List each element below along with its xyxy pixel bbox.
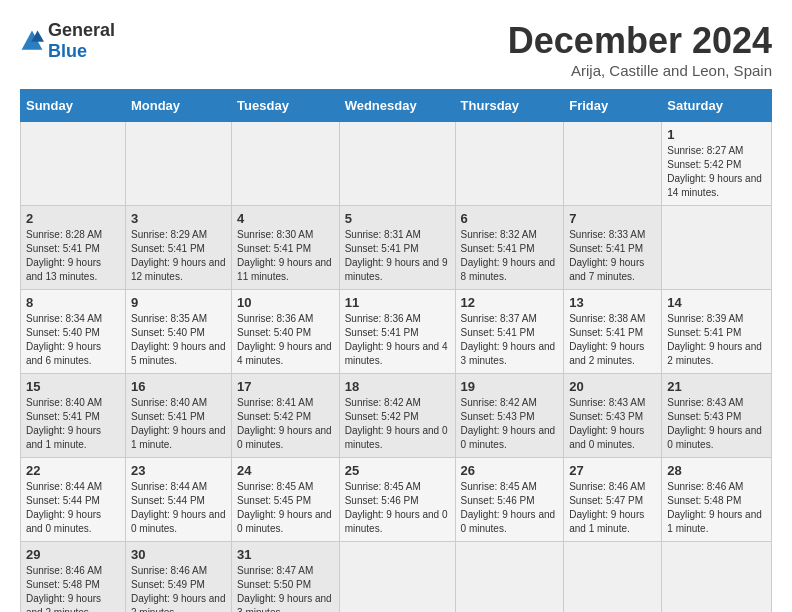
day-number: 10 [237, 295, 334, 310]
month-title: December 2024 [508, 20, 772, 62]
day-number: 18 [345, 379, 450, 394]
day-info: Sunrise: 8:45 AMSunset: 5:46 PMDaylight:… [345, 480, 450, 536]
calendar-header-row: SundayMondayTuesdayWednesdayThursdayFrid… [21, 90, 772, 122]
day-number: 16 [131, 379, 226, 394]
day-number: 11 [345, 295, 450, 310]
calendar-cell: 22Sunrise: 8:44 AMSunset: 5:44 PMDayligh… [21, 458, 126, 542]
calendar-cell: 16Sunrise: 8:40 AMSunset: 5:41 PMDayligh… [125, 374, 231, 458]
day-header-wednesday: Wednesday [339, 90, 455, 122]
calendar-cell: 19Sunrise: 8:42 AMSunset: 5:43 PMDayligh… [455, 374, 564, 458]
logo-general: General [48, 20, 115, 40]
day-info: Sunrise: 8:44 AMSunset: 5:44 PMDaylight:… [131, 480, 226, 536]
day-number: 27 [569, 463, 656, 478]
day-header-thursday: Thursday [455, 90, 564, 122]
day-info: Sunrise: 8:33 AMSunset: 5:41 PMDaylight:… [569, 228, 656, 284]
day-info: Sunrise: 8:40 AMSunset: 5:41 PMDaylight:… [26, 396, 120, 452]
day-info: Sunrise: 8:46 AMSunset: 5:48 PMDaylight:… [26, 564, 120, 612]
day-info: Sunrise: 8:32 AMSunset: 5:41 PMDaylight:… [461, 228, 559, 284]
location-title: Arija, Castille and Leon, Spain [508, 62, 772, 79]
day-info: Sunrise: 8:36 AMSunset: 5:41 PMDaylight:… [345, 312, 450, 368]
title-area: December 2024 Arija, Castille and Leon, … [508, 20, 772, 79]
calendar-week-5: 22Sunrise: 8:44 AMSunset: 5:44 PMDayligh… [21, 458, 772, 542]
calendar-body: 1Sunrise: 8:27 AMSunset: 5:42 PMDaylight… [21, 122, 772, 613]
day-info: Sunrise: 8:43 AMSunset: 5:43 PMDaylight:… [569, 396, 656, 452]
calendar-cell: 18Sunrise: 8:42 AMSunset: 5:42 PMDayligh… [339, 374, 455, 458]
day-header-friday: Friday [564, 90, 662, 122]
day-number: 5 [345, 211, 450, 226]
calendar-week-6: 29Sunrise: 8:46 AMSunset: 5:48 PMDayligh… [21, 542, 772, 613]
calendar-cell: 28Sunrise: 8:46 AMSunset: 5:48 PMDayligh… [662, 458, 772, 542]
day-number: 7 [569, 211, 656, 226]
day-number: 31 [237, 547, 334, 562]
calendar-cell [125, 122, 231, 206]
day-number: 2 [26, 211, 120, 226]
day-number: 26 [461, 463, 559, 478]
day-info: Sunrise: 8:47 AMSunset: 5:50 PMDaylight:… [237, 564, 334, 612]
day-info: Sunrise: 8:29 AMSunset: 5:41 PMDaylight:… [131, 228, 226, 284]
day-info: Sunrise: 8:46 AMSunset: 5:47 PMDaylight:… [569, 480, 656, 536]
calendar-cell [339, 542, 455, 613]
calendar-cell [662, 206, 772, 290]
calendar-cell [21, 122, 126, 206]
day-header-sunday: Sunday [21, 90, 126, 122]
day-info: Sunrise: 8:43 AMSunset: 5:43 PMDaylight:… [667, 396, 766, 452]
day-number: 3 [131, 211, 226, 226]
day-header-tuesday: Tuesday [232, 90, 340, 122]
day-number: 9 [131, 295, 226, 310]
calendar-week-2: 2Sunrise: 8:28 AMSunset: 5:41 PMDaylight… [21, 206, 772, 290]
calendar-cell: 7Sunrise: 8:33 AMSunset: 5:41 PMDaylight… [564, 206, 662, 290]
day-number: 21 [667, 379, 766, 394]
calendar-cell [455, 122, 564, 206]
calendar-cell: 25Sunrise: 8:45 AMSunset: 5:46 PMDayligh… [339, 458, 455, 542]
calendar-cell [232, 122, 340, 206]
calendar-cell: 21Sunrise: 8:43 AMSunset: 5:43 PMDayligh… [662, 374, 772, 458]
day-info: Sunrise: 8:39 AMSunset: 5:41 PMDaylight:… [667, 312, 766, 368]
calendar-cell [455, 542, 564, 613]
calendar-cell: 26Sunrise: 8:45 AMSunset: 5:46 PMDayligh… [455, 458, 564, 542]
day-number: 8 [26, 295, 120, 310]
calendar-cell: 8Sunrise: 8:34 AMSunset: 5:40 PMDaylight… [21, 290, 126, 374]
calendar-cell: 23Sunrise: 8:44 AMSunset: 5:44 PMDayligh… [125, 458, 231, 542]
calendar-cell [564, 542, 662, 613]
day-info: Sunrise: 8:41 AMSunset: 5:42 PMDaylight:… [237, 396, 334, 452]
calendar-cell: 12Sunrise: 8:37 AMSunset: 5:41 PMDayligh… [455, 290, 564, 374]
day-info: Sunrise: 8:30 AMSunset: 5:41 PMDaylight:… [237, 228, 334, 284]
calendar-cell: 27Sunrise: 8:46 AMSunset: 5:47 PMDayligh… [564, 458, 662, 542]
day-info: Sunrise: 8:40 AMSunset: 5:41 PMDaylight:… [131, 396, 226, 452]
calendar-week-4: 15Sunrise: 8:40 AMSunset: 5:41 PMDayligh… [21, 374, 772, 458]
day-number: 29 [26, 547, 120, 562]
day-number: 20 [569, 379, 656, 394]
day-info: Sunrise: 8:44 AMSunset: 5:44 PMDaylight:… [26, 480, 120, 536]
day-number: 17 [237, 379, 334, 394]
day-number: 19 [461, 379, 559, 394]
day-number: 22 [26, 463, 120, 478]
calendar-table: SundayMondayTuesdayWednesdayThursdayFrid… [20, 89, 772, 612]
day-info: Sunrise: 8:35 AMSunset: 5:40 PMDaylight:… [131, 312, 226, 368]
logo-blue: Blue [48, 41, 87, 61]
calendar-week-3: 8Sunrise: 8:34 AMSunset: 5:40 PMDaylight… [21, 290, 772, 374]
logo-icon [20, 29, 44, 53]
calendar-cell: 13Sunrise: 8:38 AMSunset: 5:41 PMDayligh… [564, 290, 662, 374]
day-header-saturday: Saturday [662, 90, 772, 122]
header: General Blue December 2024 Arija, Castil… [20, 20, 772, 79]
day-info: Sunrise: 8:27 AMSunset: 5:42 PMDaylight:… [667, 144, 766, 200]
calendar-cell [662, 542, 772, 613]
calendar-cell: 31Sunrise: 8:47 AMSunset: 5:50 PMDayligh… [232, 542, 340, 613]
day-number: 15 [26, 379, 120, 394]
day-info: Sunrise: 8:34 AMSunset: 5:40 PMDaylight:… [26, 312, 120, 368]
day-number: 24 [237, 463, 334, 478]
day-info: Sunrise: 8:46 AMSunset: 5:49 PMDaylight:… [131, 564, 226, 612]
day-number: 28 [667, 463, 766, 478]
day-number: 23 [131, 463, 226, 478]
day-number: 4 [237, 211, 334, 226]
calendar-cell: 24Sunrise: 8:45 AMSunset: 5:45 PMDayligh… [232, 458, 340, 542]
day-info: Sunrise: 8:42 AMSunset: 5:42 PMDaylight:… [345, 396, 450, 452]
calendar-cell: 6Sunrise: 8:32 AMSunset: 5:41 PMDaylight… [455, 206, 564, 290]
calendar-cell: 30Sunrise: 8:46 AMSunset: 5:49 PMDayligh… [125, 542, 231, 613]
day-info: Sunrise: 8:31 AMSunset: 5:41 PMDaylight:… [345, 228, 450, 284]
calendar-cell [339, 122, 455, 206]
day-info: Sunrise: 8:45 AMSunset: 5:46 PMDaylight:… [461, 480, 559, 536]
day-number: 13 [569, 295, 656, 310]
calendar-cell: 5Sunrise: 8:31 AMSunset: 5:41 PMDaylight… [339, 206, 455, 290]
calendar-cell: 20Sunrise: 8:43 AMSunset: 5:43 PMDayligh… [564, 374, 662, 458]
